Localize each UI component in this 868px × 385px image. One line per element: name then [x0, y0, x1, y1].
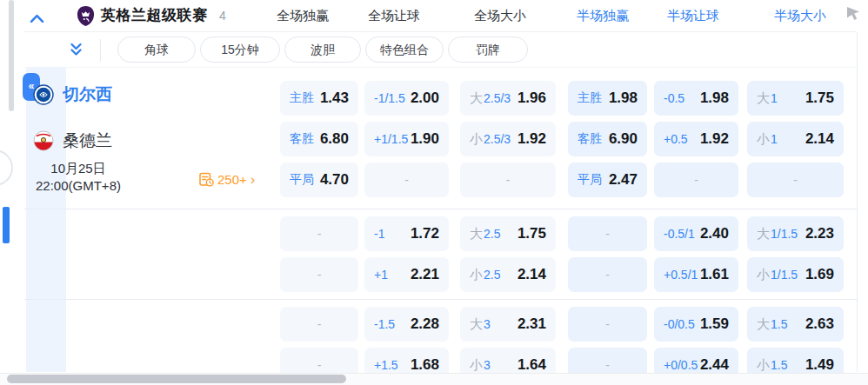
odds-cell[interactable]: 客胜6.80	[280, 122, 358, 156]
selection-label: 2.5	[484, 227, 500, 241]
submarket-pill-4[interactable]: 特色组合	[365, 37, 444, 63]
more-markets-count: 250+	[217, 172, 247, 187]
selection: 大2.5	[470, 226, 500, 242]
odds-cell[interactable]: 客胜6.90	[568, 122, 647, 156]
selection-label: +0/0.5	[664, 358, 698, 372]
odds-cell[interactable]: 大11.75	[747, 81, 844, 116]
selection-label: 2.5/3	[484, 91, 511, 105]
odds-value: 1.59	[700, 315, 729, 333]
odds-value: 2.63	[805, 315, 834, 333]
odds-cell[interactable]: -0/0.51.59	[654, 307, 738, 342]
odds-cell[interactable]: 大32.31	[460, 307, 556, 342]
horizontal-scrollbar-thumb[interactable]	[7, 375, 346, 383]
odds-value: 2.14	[805, 130, 834, 148]
selection-label: 主胜	[290, 90, 314, 106]
odds-cell[interactable]: 大1.52.63	[747, 307, 844, 342]
odds-cell-empty: -	[568, 257, 647, 292]
selection: 大1	[757, 90, 778, 107]
market-tab-5[interactable]: 半场让球	[667, 0, 719, 31]
odds-value: 6.90	[609, 130, 638, 148]
submarket-pill-5[interactable]: 罚牌	[448, 37, 528, 63]
odds-cell[interactable]: 大1/1.52.23	[747, 216, 844, 251]
odds-value: 2.44	[700, 356, 729, 374]
submarket-pill-2[interactable]: 15分钟	[200, 37, 280, 63]
selection-label: 2.5	[484, 268, 500, 282]
odds-cell[interactable]: +12.21	[364, 257, 449, 292]
odds-cell[interactable]: 主胜1.43	[280, 81, 358, 116]
odds-cell[interactable]: 主胜1.98	[568, 81, 647, 116]
selection-label: 平局	[290, 172, 314, 188]
selection-label: +0.5	[664, 132, 688, 146]
line-prefix: 小	[757, 131, 770, 148]
group-divider	[24, 299, 857, 300]
selection: 大3	[470, 316, 491, 333]
away-team-name: 桑德兰	[63, 129, 112, 152]
odds-value: 1.68	[411, 356, 439, 374]
market-tab-4[interactable]: 半场独赢	[577, 0, 629, 31]
odds-cell[interactable]: 小1/1.51.69	[747, 257, 844, 292]
selection: 客胜	[578, 131, 602, 147]
odds-value: 4.70	[320, 171, 349, 189]
odds-cell[interactable]: 小2.52.14	[460, 257, 556, 292]
selection: 平局	[290, 172, 314, 188]
line-prefix: 大	[757, 316, 770, 333]
odds-cell[interactable]: +0.5/11.61	[654, 257, 738, 292]
odds-value: 2.31	[517, 315, 546, 333]
market-tab-1[interactable]: 全场独赢	[277, 0, 329, 31]
odds-cell[interactable]: -1/1.52.00	[364, 81, 449, 116]
selection: 大1/1.5	[757, 226, 798, 242]
selection-label: 1.5	[771, 317, 787, 331]
odds-value: 1.98	[700, 90, 729, 107]
selection-label: -0.5	[664, 91, 684, 105]
selection: -0/0.5	[664, 317, 695, 331]
market-tab-2[interactable]: 全场让球	[368, 0, 420, 31]
odds-cell-empty: -	[460, 163, 556, 197]
line-prefix: 小	[757, 267, 770, 283]
selection-label: -1/1.5	[374, 91, 405, 105]
odds-value: 2.00	[411, 90, 439, 107]
collapse-league-icon[interactable]	[30, 11, 44, 27]
submarket-pill-3[interactable]: 波胆	[284, 37, 361, 63]
market-tab-3[interactable]: 全场大小	[474, 0, 526, 31]
odds-value: 1.98	[609, 90, 638, 107]
selection-label: 3	[484, 358, 491, 372]
odds-cell[interactable]: 平局2.47	[568, 163, 647, 197]
selection-label: 1.5	[771, 358, 787, 372]
odds-cell[interactable]: +1/1.51.90	[364, 122, 449, 156]
odds-value: 1.75	[805, 90, 834, 107]
submarket-pill-1[interactable]: 角球	[117, 37, 196, 63]
odds-cell[interactable]: 小12.14	[747, 122, 844, 156]
left-scroll-indicator[interactable]	[3, 207, 10, 243]
odds-cell[interactable]: -11.72	[364, 216, 449, 251]
expand-more-markets-icon[interactable]	[70, 43, 83, 61]
odds-cell[interactable]: 大2.51.75	[460, 216, 556, 251]
odds-value: 1.92	[700, 130, 729, 148]
selection-label: +1/1.5	[374, 132, 408, 146]
group-divider	[24, 209, 857, 209]
selection-label: 客胜	[578, 131, 602, 147]
odds-cell[interactable]: -0.5/12.40	[654, 216, 738, 251]
selection-label: -0/0.5	[664, 317, 695, 331]
market-tab-6[interactable]: 半场大小	[774, 0, 826, 31]
odds-cell[interactable]: -0.51.98	[654, 81, 738, 116]
left-scrollbar-thumb[interactable]	[9, 0, 14, 111]
floating-button-partial[interactable]	[0, 149, 13, 186]
odds-value: 2.23	[805, 225, 834, 242]
odds-cell[interactable]: +0.51.92	[654, 122, 738, 156]
odds-cell[interactable]: 大2.5/31.96	[460, 81, 556, 116]
selection: -0.5/1	[664, 227, 695, 241]
odds-cell[interactable]: -1.52.28	[364, 307, 449, 342]
selection-label: +0.5/1	[664, 268, 698, 282]
match-column-strip	[26, 67, 66, 372]
odds-cell[interactable]: 平局4.70	[280, 163, 358, 197]
selection: 主胜	[578, 90, 602, 106]
odds-value: 1.64	[517, 356, 546, 374]
home-team-badge-icon	[33, 84, 54, 105]
premier-league-logo-icon	[77, 6, 95, 30]
submarket-divider	[24, 67, 857, 68]
selection: 大1.5	[757, 316, 787, 333]
more-markets-link[interactable]: 250+ ›	[199, 172, 255, 187]
odds-cell[interactable]: 小2.5/31.92	[460, 122, 556, 156]
selection-label: +1.5	[374, 358, 398, 372]
selection: +1.5	[374, 358, 398, 372]
